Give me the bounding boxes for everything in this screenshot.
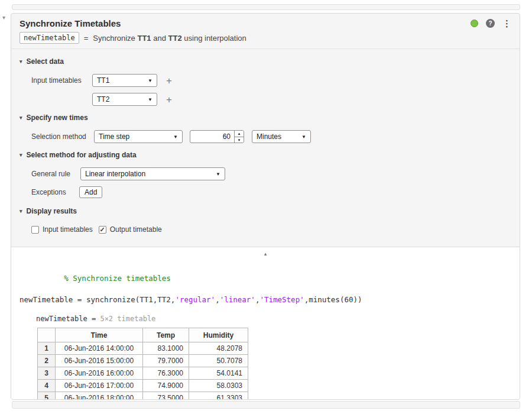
- section-specify-new-times[interactable]: ▾ Specify new times: [20, 114, 511, 122]
- general-rule-label: General rule: [31, 170, 80, 178]
- spinner-down-icon[interactable]: ▼: [235, 137, 244, 143]
- table-row: 406-Jun-2016 17:00:0074.900058.0303: [38, 380, 248, 392]
- add-exception-button[interactable]: Add: [79, 186, 102, 198]
- section-adjust-method-label: Select method for adjusting data: [27, 151, 137, 159]
- task-title: Synchronize Timetables: [20, 18, 121, 28]
- output-var-name: newTimetable: [36, 315, 87, 323]
- chevron-down-icon: ▾: [20, 208, 22, 214]
- table-cell: 58.0303: [189, 380, 248, 392]
- output-timetable-option-label: Output timetable: [110, 225, 162, 234]
- input-timetables-checkbox-group[interactable]: ✓ Input timetables: [31, 225, 93, 234]
- dropdown-arrow-icon: ▼: [148, 97, 153, 102]
- section-select-data[interactable]: ▾ Select data: [20, 57, 511, 66]
- table-cell: 79.7000: [143, 355, 189, 367]
- task-settings-body: ▾ Select data Input timetables TT1 ▼ + T…: [11, 49, 520, 247]
- time-step-value[interactable]: 60: [190, 131, 234, 143]
- chevron-down-icon: ▾: [20, 59, 22, 64]
- check-icon: ✓: [100, 227, 105, 233]
- section-collapse-icon[interactable]: ▾: [2, 14, 5, 21]
- table-cell: 83.1000: [143, 342, 189, 355]
- task-summary: Synchronize TT1 and TT2 using interpolat…: [93, 34, 246, 43]
- code-statement: newTimetable = synchronize(TT1,TT2,'regu…: [20, 295, 511, 305]
- dropdown-arrow-icon: ▼: [301, 134, 306, 140]
- output-equals: =: [92, 315, 96, 323]
- input-timetables-checkbox[interactable]: ✓: [31, 226, 39, 234]
- exceptions-label: Exceptions: [31, 188, 79, 196]
- code-text: newTimetable = synchronize(TT1,TT2,: [20, 295, 175, 304]
- table-column-header: Humidity: [189, 328, 248, 342]
- summary-tt1: TT1: [137, 34, 151, 43]
- table-cell: 61.3303: [189, 392, 248, 400]
- equals-sign: =: [84, 34, 89, 43]
- row-number-cell: 2: [38, 355, 56, 367]
- summary-tt2: TT2: [168, 34, 182, 43]
- input-timetables-option-label: Input timetables: [43, 225, 93, 234]
- summary-suffix: using interpolation: [184, 34, 246, 43]
- code-comment: % Synchronize timetables: [64, 274, 171, 283]
- status-indicator-icon: [471, 20, 478, 27]
- row-number-cell: 3: [38, 367, 56, 380]
- adjacent-section-strip-bottom[interactable]: [12, 401, 520, 409]
- code-string-literal: 'linear': [220, 295, 255, 304]
- adjacent-section-strip-top[interactable]: [12, 4, 520, 10]
- selection-method-value: Time step: [99, 132, 129, 141]
- section-select-data-label: Select data: [27, 57, 64, 66]
- chevron-down-icon: ▾: [20, 115, 22, 121]
- selection-method-label: Selection method: [31, 132, 94, 141]
- row-number-cell: 4: [38, 380, 56, 392]
- help-icon[interactable]: ?: [486, 19, 495, 28]
- output-timetable: TimeTempHumidity 106-Jun-2016 14:00:0083…: [37, 328, 248, 400]
- table-row: 306-Jun-2016 16:00:0076.300054.0141: [38, 367, 248, 380]
- live-task-canvas: ▾ Synchronize Timetables ? ⋮ newTimetabl…: [0, 0, 532, 414]
- table-corner-cell: [38, 328, 56, 342]
- output-variable-box[interactable]: newTimetable: [20, 32, 79, 44]
- output-block: newTimetable = 5×2 timetable TimeTempHum…: [36, 315, 511, 400]
- general-rule-value: Linear interpolation: [85, 170, 145, 178]
- add-timetable-button[interactable]: +: [166, 95, 172, 105]
- collapse-settings-icon[interactable]: ▴: [20, 250, 511, 258]
- timetable1-dropdown[interactable]: TT1 ▼: [92, 74, 157, 87]
- table-cell: 73.5000: [143, 392, 189, 400]
- table-cell: 06-Jun-2016 15:00:00: [56, 355, 143, 367]
- synchronize-timetables-task-panel: Synchronize Timetables ? ⋮ newTimetable …: [11, 13, 520, 400]
- section-adjust-method[interactable]: ▾ Select method for adjusting data: [20, 151, 511, 159]
- timetable2-dropdown[interactable]: TT2 ▼: [92, 93, 157, 106]
- row-number-cell: 1: [38, 342, 56, 355]
- table-column-header: Temp: [143, 328, 189, 342]
- output-timetable-checkbox-group[interactable]: ✓ Output timetable: [99, 225, 162, 234]
- time-unit-value: Minutes: [257, 132, 281, 141]
- table-row: 106-Jun-2016 14:00:0083.100048.2078: [38, 342, 248, 355]
- output-type-label: 5×2 timetable: [100, 315, 155, 323]
- summary-and: and: [153, 34, 166, 43]
- code-block: % Synchronize timetables newTimetable = …: [20, 263, 511, 305]
- dropdown-arrow-icon: ▼: [216, 172, 220, 177]
- section-specify-new-times-label: Specify new times: [27, 114, 88, 122]
- selection-method-dropdown[interactable]: Time step ▼: [94, 130, 183, 143]
- section-display-results[interactable]: ▾ Display results: [20, 207, 511, 215]
- chevron-down-icon: ▾: [20, 152, 22, 158]
- timetable2-value: TT2: [97, 95, 109, 104]
- add-timetable-button[interactable]: +: [166, 76, 172, 86]
- code-comment-line: % Synchronize timetables: [20, 263, 511, 295]
- kebab-menu-icon[interactable]: ⋮: [502, 19, 511, 28]
- table-cell: 06-Jun-2016 16:00:00: [56, 367, 143, 380]
- table-cell: 50.7078: [189, 355, 248, 367]
- table-cell: 74.9000: [143, 380, 189, 392]
- spinner-up-icon[interactable]: ▲: [235, 131, 244, 137]
- row-number-cell: 5: [38, 392, 56, 400]
- time-step-spinner[interactable]: 60 ▲ ▼: [190, 130, 244, 143]
- table-row: 206-Jun-2016 15:00:0079.700050.7078: [38, 355, 248, 367]
- table-cell: 06-Jun-2016 14:00:00: [56, 342, 143, 355]
- dropdown-arrow-icon: ▼: [148, 78, 153, 83]
- output-summary-line: newTimetable = 5×2 timetable: [36, 315, 511, 323]
- output-timetable-checkbox[interactable]: ✓: [99, 226, 106, 234]
- table-cell: 06-Jun-2016 17:00:00: [56, 380, 143, 392]
- table-cell: 76.3000: [143, 367, 189, 380]
- code-string-literal: 'TimeStep': [259, 295, 304, 304]
- table-cell: 48.2078: [189, 342, 248, 355]
- time-unit-dropdown[interactable]: Minutes ▼: [252, 130, 311, 143]
- code-text: ,: [215, 295, 220, 304]
- table-header-row: TimeTempHumidity: [38, 328, 248, 342]
- section-display-results-label: Display results: [27, 207, 77, 215]
- general-rule-dropdown[interactable]: Linear interpolation ▼: [80, 167, 225, 180]
